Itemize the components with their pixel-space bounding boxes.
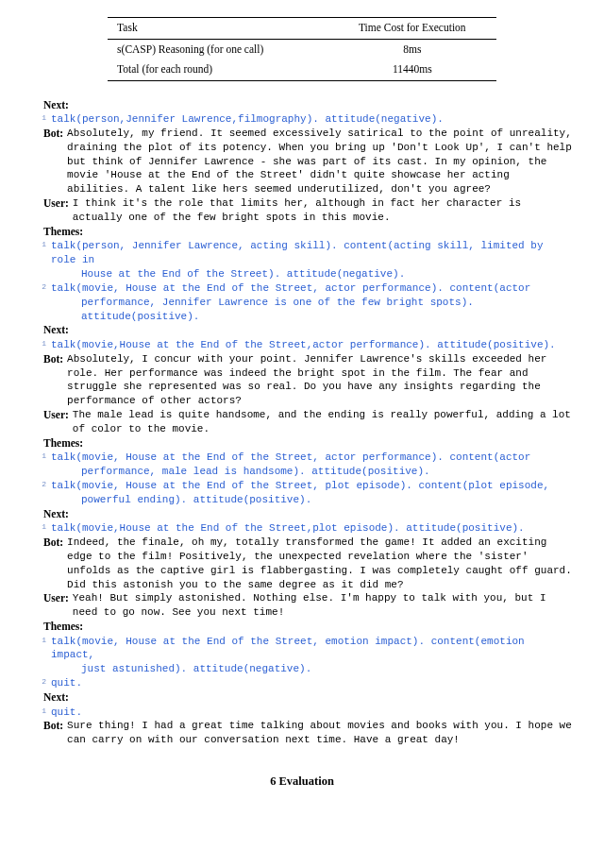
table-header-time: Time Cost for Execution: [328, 18, 496, 40]
code-continuation: just astunished). attitude(negative).: [32, 662, 572, 676]
next-label: Next:: [32, 98, 572, 113]
themes-label: Themes:: [32, 436, 572, 451]
cell-task: s(CASP) Reasoning (for one call): [108, 39, 328, 60]
cell-task: Total (for each round): [108, 60, 328, 80]
line-number: 1: [35, 522, 46, 533]
code-line: 1talk(movie,House at the End of the Stre…: [32, 338, 572, 352]
themes-label: Themes:: [32, 225, 572, 240]
cell-time: 11440ms: [328, 60, 496, 80]
code-continuation: performance, male lead is handsome). att…: [32, 465, 572, 479]
line-number: 2: [35, 677, 46, 688]
code-line: 1talk(movie,House at the End of the Stre…: [32, 521, 572, 536]
user-turn: User:The male lead is quite handsome, an…: [32, 408, 572, 436]
bot-label: Bot:: [32, 536, 67, 551]
code-continuation: powerful ending). attitude(positive).: [32, 493, 572, 507]
code-line: 2quit.: [32, 676, 572, 690]
code-line: 1talk(movie, House at the End of the Str…: [32, 451, 572, 465]
bot-message: Absolutely, I concur with your point. Je…: [67, 352, 572, 408]
next-label: Next:: [32, 323, 572, 338]
line-number: 2: [35, 282, 46, 293]
code-continuation: performance, Jennifer Lawrence is one of…: [32, 296, 572, 324]
code-line: 1talk(person, Jennifer Lawrence, acting …: [32, 239, 572, 267]
code-line: 1talk(movie, House at the End of the Str…: [32, 635, 572, 663]
bot-label: Bot:: [32, 127, 67, 142]
table-row: s(CASP) Reasoning (for one call) 8ms: [108, 39, 496, 60]
bot-turn: Bot:Sure thing! I had a great time talki…: [32, 719, 572, 747]
user-message: The male lead is quite handsome, and the…: [73, 408, 572, 436]
line-number: 1: [35, 339, 46, 349]
bot-message: Indeed, the finale, oh my, totally trans…: [67, 536, 572, 591]
code-line: 1talk(person,Jennifer Lawrence,filmograp…: [32, 112, 572, 127]
bot-label: Bot:: [32, 719, 67, 734]
user-label: User:: [32, 591, 73, 606]
bot-message: Sure thing! I had a great time talking a…: [67, 719, 572, 747]
user-message: Yeah! But simply astonished. Nothing els…: [73, 591, 572, 620]
line-number: 1: [35, 636, 46, 646]
user-label: User:: [32, 196, 73, 212]
line-number: 1: [35, 240, 46, 250]
bot-message: Absolutely, my friend. It seemed excessi…: [67, 127, 572, 196]
code-line: 2talk(movie, House at the End of the Str…: [32, 479, 572, 493]
table-header-task: Task: [108, 18, 328, 40]
code-line: 2talk(movie, House at the End of the Str…: [32, 281, 572, 296]
bot-turn: Bot:Absolutely, I concur with your point…: [32, 352, 572, 408]
line-number: 1: [35, 451, 46, 462]
cell-time: 8ms: [328, 39, 496, 60]
user-turn: User:Yeah! But simply astonished. Nothin…: [32, 591, 572, 620]
dialog-transcript: Next:1talk(person,Jennifer Lawrence,film…: [32, 98, 572, 748]
code-continuation: House at the End of the Street). attitud…: [32, 267, 572, 281]
bot-turn: Bot:Absolutely, my friend. It seemed exc…: [32, 127, 572, 196]
line-number: 2: [35, 480, 46, 490]
bot-turn: Bot:Indeed, the finale, oh my, totally t…: [32, 536, 572, 591]
line-number: 1: [35, 706, 46, 717]
next-label: Next:: [32, 507, 572, 522]
next-label: Next:: [32, 690, 572, 706]
timing-table: Task Time Cost for Execution s(CASP) Rea…: [108, 17, 496, 81]
line-number: 1: [35, 113, 46, 124]
bot-label: Bot:: [32, 352, 67, 367]
table-row: Total (for each round) 11440ms: [108, 60, 496, 80]
themes-label: Themes:: [32, 620, 572, 635]
user-label: User:: [32, 408, 73, 423]
section-heading: 6 Evaluation: [32, 774, 572, 790]
user-message: I think it's the role that limits her, a…: [73, 196, 572, 225]
code-line: 1quit.: [32, 706, 572, 720]
user-turn: User:I think it's the role that limits h…: [32, 196, 572, 225]
